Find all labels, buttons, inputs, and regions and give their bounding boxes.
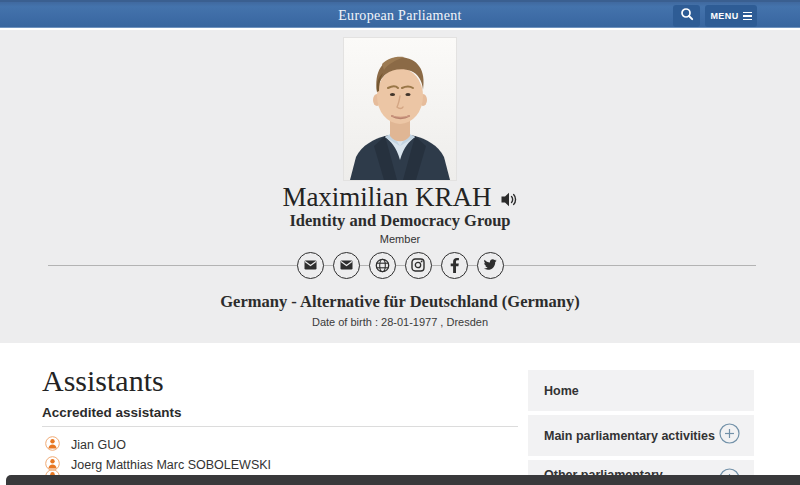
email-icon[interactable] (333, 252, 360, 279)
divider-line (42, 426, 518, 427)
menu-button-label: MENU (710, 11, 738, 21)
top-navigation-bar: European Parliament MENU (0, 0, 800, 28)
facebook-icon[interactable] (441, 252, 468, 279)
search-icon (680, 7, 694, 25)
email-icon[interactable] (297, 252, 324, 279)
political-group: Identity and Democracy Group (0, 211, 800, 231)
section-navigation-sidebar: Home Main parliamentary activities Other… (528, 370, 754, 485)
assistant-name: Jian GUO (71, 438, 126, 452)
member-profile-page: European Parliament MENU (0, 0, 800, 485)
country-and-party: Germany - Alternative für Deutschland (G… (0, 292, 800, 312)
member-hero-section: Maximilian KRAH Identity and Democracy G… (0, 30, 800, 343)
hamburger-icon (743, 12, 752, 21)
expand-plus-icon[interactable] (719, 423, 740, 448)
bottom-edge-bar (6, 475, 800, 485)
member-name: Maximilian KRAH (282, 182, 491, 213)
sidebar-item-label: Main parliamentary activities (544, 429, 715, 443)
menu-button[interactable]: MENU (705, 5, 757, 27)
search-button[interactable] (673, 5, 700, 27)
instagram-icon[interactable] (405, 252, 432, 279)
member-role: Member (0, 233, 800, 245)
website-icon[interactable] (369, 252, 396, 279)
assistant-name: Joerg Matthias Marc SOBOLEWSKI (71, 458, 271, 472)
social-links-row (0, 249, 800, 281)
assistants-heading: Assistants (42, 364, 164, 398)
birth-info: Date of birth : 28-01-1977 , Dresden (0, 316, 800, 328)
member-photo (344, 38, 456, 180)
sidebar-item-main-parliamentary-activities[interactable]: Main parliamentary activities (528, 415, 754, 456)
accredited-assistants-subheading: Accredited assistants (42, 405, 182, 420)
assistant-list-item: Joerg Matthias Marc SOBOLEWSKI (45, 457, 271, 473)
speaker-icon[interactable] (501, 183, 518, 214)
sidebar-item-label: Home (544, 384, 579, 398)
person-icon (45, 436, 60, 454)
twitter-icon[interactable] (477, 252, 504, 279)
sidebar-item-home[interactable]: Home (528, 370, 754, 411)
assistant-list-item: Jian GUO (45, 437, 126, 453)
